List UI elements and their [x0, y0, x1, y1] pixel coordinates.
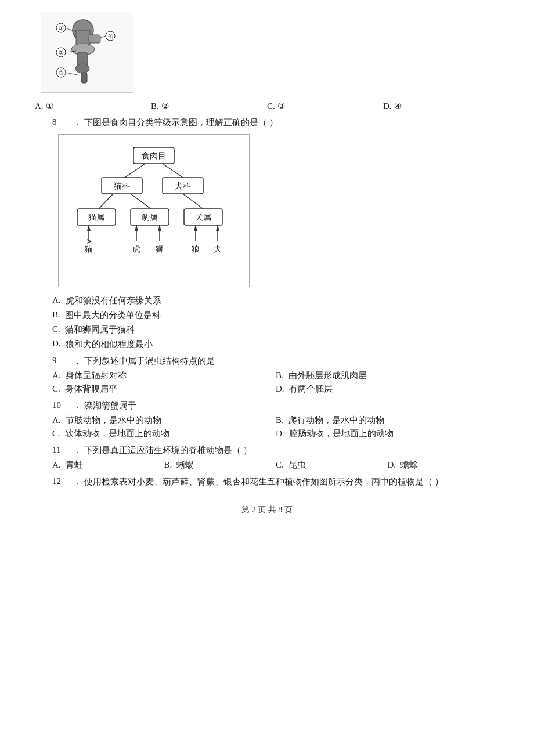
q7-option-a-text: ①	[46, 101, 53, 111]
q10-option-d-label: D.	[276, 429, 284, 439]
q9-option-d: D. 有两个胚层	[276, 384, 499, 395]
joint-diagram-image: ① ④ ② ③	[41, 12, 134, 93]
q8-option-b-line: B. 图中最大的分类单位是科	[52, 310, 499, 321]
q9-option-c-text: 身体背腹扁平	[65, 384, 117, 395]
q11-option-b-label: B.	[164, 460, 172, 470]
svg-text:③: ③	[59, 70, 64, 76]
q11-option-d-text: 蟾蜍	[400, 460, 418, 471]
q12-dot: ．	[73, 476, 82, 487]
q10-number: 10	[52, 400, 71, 410]
q10-option-b-label: B.	[276, 415, 284, 425]
q8-option-a-text: 虎和狼没有任何亲缘关系	[66, 295, 161, 306]
svg-rect-5	[89, 35, 100, 43]
q10-options: A. 节肢动物，是水中的动物 B. 爬行动物，是水中的动物 C. 软体动物，是地…	[52, 415, 499, 439]
page-footer: 第 2 页 共 8 页	[35, 505, 499, 515]
svg-line-29	[183, 194, 203, 209]
q8-option-d-text: 狼和犬的相似程度最小	[66, 339, 153, 350]
q10-option-d-text: 腔肠动物，是地面上的动物	[289, 428, 394, 439]
q11-option-a: A. 青蛙	[52, 460, 164, 471]
footer-text: 第 2 页 共 8 页	[241, 505, 293, 514]
q11-option-b: B. 蜥蜴	[164, 460, 276, 471]
q9-question-line: 9 ． 下列叙述中属于涡虫结构特点的是	[52, 356, 499, 367]
svg-line-22	[163, 164, 183, 178]
q12-text: 使用检索表对小麦、葫芦藓、肾蕨、银杏和花生五种植物作如图所示分类，丙中的植物是（	[84, 476, 432, 487]
q10-text: 滦湖箭蟹属于	[84, 400, 136, 411]
q9-option-a-text: 身体呈辐射对称	[66, 370, 127, 381]
q11-question-line: 11 ． 下列是真正适应陆生环境的脊椎动物是（ ）	[52, 445, 499, 456]
joint-svg: ① ④ ② ③	[49, 17, 125, 87]
svg-text:虎: 虎	[132, 245, 140, 254]
q7-option-d: D. ④	[383, 101, 499, 111]
q10-option-d: D. 腔肠动物，是地面上的动物	[276, 428, 499, 439]
q10-block: 10 ． 滦湖箭蟹属于 A. 节肢动物，是水中的动物 B. 爬行动物，是水中的动…	[35, 400, 499, 439]
svg-text:豹属: 豹属	[142, 213, 158, 222]
svg-text:②: ②	[59, 49, 64, 56]
svg-text:犬: 犬	[214, 245, 222, 254]
q7-option-c-text: ③	[277, 101, 285, 111]
taxonomy-svg: 食肉目 猫科 犬科 猫属 豹属 犬属	[67, 143, 247, 276]
q11-option-c-text: 昆虫	[288, 460, 306, 471]
q8-option-b-text: 图中最大的分类单位是科	[65, 310, 161, 321]
q11-option-d: D. 蟾蜍	[388, 460, 500, 471]
q12-number: 12	[52, 476, 71, 486]
q11-options: A. 青蛙 B. 蜥蜴 C. 昆虫 D. 蟾蜍	[52, 460, 499, 471]
svg-text:猫属: 猫属	[88, 213, 104, 222]
q9-option-c-label: C.	[52, 384, 60, 394]
q8-question-line: 8 ． 下图是食肉目分类等级示意图，理解正确的是（ ）	[52, 117, 499, 128]
q10-option-a: A. 节肢动物，是水中的动物	[52, 415, 276, 426]
q9-option-a-label: A.	[52, 371, 61, 381]
q11-option-d-label: D.	[388, 460, 396, 470]
q8-number: 8	[52, 117, 71, 127]
svg-line-18	[66, 73, 80, 75]
q7-option-b-label: B.	[151, 102, 159, 111]
q9-option-d-text: 有两个胚层	[289, 384, 333, 395]
q7-option-a-label: A.	[35, 102, 44, 111]
svg-line-16	[100, 36, 106, 38]
svg-text:④: ④	[108, 33, 113, 39]
q9-option-b: B. 由外胚层形成肌肉层	[276, 370, 499, 381]
q10-option-c-label: C.	[52, 429, 60, 439]
svg-text:犬属: 犬属	[195, 213, 211, 222]
q7-options: A. ① B. ② C. ③ D. ④	[35, 101, 499, 111]
q11-option-c: C. 昆虫	[276, 460, 388, 471]
q9-option-b-text: 由外胚层形成肌肉层	[288, 370, 367, 381]
q11-dot: ．	[73, 445, 82, 456]
svg-rect-6	[81, 73, 87, 83]
svg-text:食肉目: 食肉目	[142, 151, 166, 160]
q8-dot: ．	[73, 117, 82, 128]
q10-option-c-text: 软体动物，是地面上的动物	[65, 428, 169, 439]
q9-number: 9	[52, 356, 71, 366]
svg-line-21	[125, 164, 145, 178]
svg-text:猫科: 猫科	[114, 182, 130, 190]
q12-question-line: 12 ． 使用检索表对小麦、葫芦藓、肾蕨、银杏和花生五种植物作如图所示分类，丙中…	[52, 476, 499, 487]
q11-paren: ）	[243, 445, 252, 456]
q7-option-c-label: C.	[267, 102, 275, 111]
q11-block: 11 ． 下列是真正适应陆生环境的脊椎动物是（ ） A. 青蛙 B. 蜥蜴 C.…	[35, 445, 499, 471]
q9-option-d-label: D.	[276, 384, 284, 394]
q10-option-a-label: A.	[52, 415, 61, 425]
svg-text:猫: 猫	[85, 245, 93, 254]
q10-option-c: C. 软体动物，是地面上的动物	[52, 428, 276, 439]
q10-dot: ．	[73, 400, 82, 411]
q8-option-d-label: D.	[52, 339, 61, 349]
q8-option-c-text: 猫和狮同属于猫科	[65, 324, 135, 335]
q11-number: 11	[52, 445, 71, 455]
q11-option-a-label: A.	[52, 460, 61, 470]
q11-option-b-text: 蜥蜴	[176, 460, 194, 471]
q11-option-c-label: C.	[276, 460, 284, 470]
q9-text: 下列叙述中属于涡虫结构特点的是	[84, 356, 215, 367]
svg-line-28	[131, 194, 151, 209]
svg-text:犬科: 犬科	[175, 182, 191, 190]
q12-block: 12 ． 使用检索表对小麦、葫芦藓、肾蕨、银杏和花生五种植物作如图所示分类，丙中…	[35, 476, 499, 487]
q10-option-b: B. 爬行动物，是水中的动物	[276, 415, 499, 426]
q9-option-a: A. 身体呈辐射对称	[52, 370, 276, 381]
q7-option-b: B. ②	[151, 101, 267, 111]
svg-text:①: ①	[59, 25, 64, 31]
q8-option-c-label: C.	[52, 324, 60, 334]
q9-dot: ．	[73, 356, 82, 367]
q8-option-c-line: C. 猫和狮同属于猫科	[52, 324, 499, 335]
q9-options: A. 身体呈辐射对称 B. 由外胚层形成肌肉层 C. 身体背腹扁平 D. 有两个…	[52, 370, 499, 395]
svg-text:狮: 狮	[156, 245, 164, 254]
q9-block: 9 ． 下列叙述中属于涡虫结构特点的是 A. 身体呈辐射对称 B. 由外胚层形成…	[35, 356, 499, 395]
svg-line-27	[99, 194, 113, 209]
